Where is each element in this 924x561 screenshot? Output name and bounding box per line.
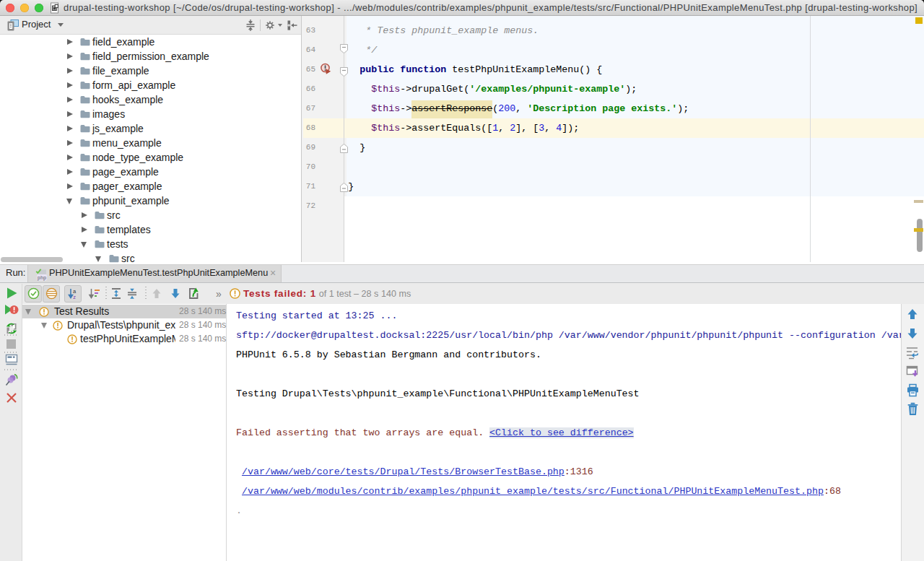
- svg-text:php: php: [38, 275, 46, 281]
- svg-text:z: z: [73, 294, 76, 300]
